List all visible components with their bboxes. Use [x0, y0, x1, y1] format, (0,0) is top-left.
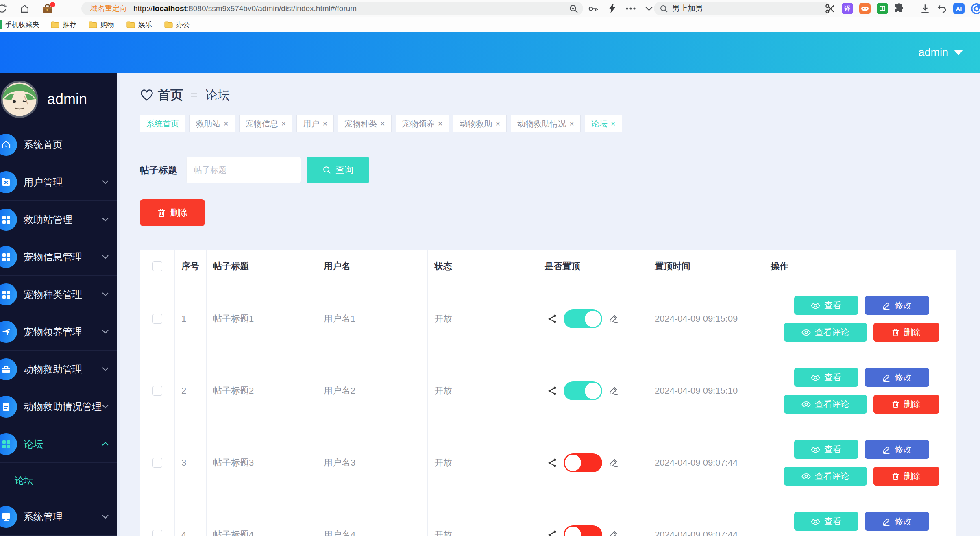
row-checkbox[interactable] [152, 458, 162, 468]
delete-button[interactable]: 删除 [873, 395, 939, 414]
breadcrumb-home[interactable]: 首页 [158, 87, 183, 104]
select-all-checkbox[interactable] [152, 261, 162, 271]
col-pin-time: 置顶时间 [648, 250, 764, 283]
view-comments-button[interactable]: 查看评论 [784, 323, 867, 342]
toolbar-chevron-down-icon[interactable] [645, 6, 653, 11]
view-button[interactable]: 查看 [794, 512, 858, 531]
sidebar-item-pet-info-management[interactable]: 宠物信息管理 [0, 238, 120, 276]
monitor-icon [0, 506, 17, 528]
edit-pin-time-icon[interactable] [608, 458, 619, 468]
tab-animal-rescue-status[interactable]: 动物救助情况× [511, 115, 581, 132]
view-button[interactable]: 查看 [794, 440, 858, 459]
delete-button[interactable]: 删除 [873, 323, 939, 342]
sidebar-item-pet-type-management[interactable]: 宠物种类管理 [0, 276, 120, 313]
toggle-knob [585, 383, 601, 399]
forum-table: 序号 帖子标题 用户名 状态 是否置顶 置顶时间 操作 1 帖子标题1 用户名1… [140, 250, 956, 536]
app-header: admin [0, 32, 980, 73]
pin-toggle[interactable] [564, 453, 602, 472]
bookmark-folder-entertainment[interactable]: 娱乐 [126, 20, 152, 29]
edit-pin-time-icon[interactable] [608, 529, 619, 536]
bookmark-root-folder[interactable]: 手机收藏夹 [0, 20, 39, 29]
browser-search-box[interactable]: 男上加男 [654, 2, 830, 15]
breadcrumb-current: 论坛 [205, 87, 230, 104]
delete-button[interactable]: 删除 [873, 467, 939, 486]
sidebar-item-animal-rescue-management[interactable]: 动物救助管理 [0, 351, 120, 388]
row-checkbox[interactable] [152, 386, 162, 396]
close-icon[interactable]: × [281, 120, 286, 128]
book-extension-icon[interactable] [877, 3, 888, 14]
bookmark-folder-recommend[interactable]: 推荐 [51, 20, 76, 29]
tab-pet-info[interactable]: 宠物信息× [239, 115, 293, 132]
edit-button[interactable]: 修改 [865, 440, 929, 459]
close-icon[interactable]: × [380, 120, 385, 128]
pin-toggle[interactable] [564, 381, 602, 400]
view-button[interactable]: 查看 [794, 368, 858, 387]
home-icon[interactable] [20, 4, 30, 14]
tab-pet-type[interactable]: 宠物种类× [338, 115, 392, 132]
view-comments-button[interactable]: 查看评论 [784, 395, 867, 414]
grid-icon [0, 209, 17, 231]
close-icon[interactable]: × [569, 120, 574, 128]
workspace-briefcase-icon[interactable] [42, 4, 53, 14]
tab-rescue-station[interactable]: 救助站× [189, 115, 235, 132]
reload-icon[interactable] [0, 3, 7, 14]
share-icon[interactable] [547, 529, 558, 536]
bookmarks-bar: 手机收藏夹 推荐 购物 娱乐 办公 [0, 17, 980, 32]
tab-system-home[interactable]: 系统首页 [140, 115, 185, 132]
password-key-icon[interactable] [588, 4, 599, 14]
row-checkbox[interactable] [152, 314, 162, 324]
tab-animal-rescue[interactable]: 动物救助× [453, 115, 507, 132]
close-icon[interactable]: × [611, 120, 616, 128]
search-button[interactable]: 查询 [307, 157, 369, 183]
close-icon[interactable]: × [495, 120, 500, 128]
share-icon[interactable] [547, 314, 558, 324]
pin-toggle[interactable] [564, 525, 602, 536]
address-bar[interactable]: 域名重定向 http://localhost:8080/ssm9x574bv0/… [81, 2, 583, 15]
sidebar-item-animal-rescue-status-management[interactable]: 动物救助情况管理 [0, 388, 120, 425]
close-icon[interactable]: × [438, 120, 443, 128]
sidebar-subitem-forum[interactable]: 论坛 [0, 463, 120, 498]
row-checkbox[interactable] [152, 530, 162, 536]
undo-history-icon[interactable] [936, 4, 947, 13]
tab-user[interactable]: 用户× [296, 115, 334, 132]
lightning-icon[interactable] [608, 3, 616, 14]
grid-icon [0, 246, 17, 268]
extensions-puzzle-icon[interactable] [894, 3, 905, 14]
pen-icon [882, 373, 891, 382]
edit-button[interactable]: 修改 [865, 368, 929, 387]
bulk-delete-button[interactable]: 删除 [140, 199, 205, 226]
view-comments-button[interactable]: 查看评论 [784, 467, 867, 486]
zoom-page-icon[interactable] [568, 4, 579, 14]
edit-pin-time-icon[interactable] [608, 314, 619, 324]
sidebar-item-system-home[interactable]: 系统首页 [0, 126, 120, 163]
pin-toggle[interactable] [564, 309, 602, 328]
tab-forum[interactable]: 论坛× [585, 115, 622, 132]
sidebar-item-user-management[interactable]: 用户管理 [0, 163, 120, 201]
view-button[interactable]: 查看 [794, 296, 858, 315]
edit-button[interactable]: 修改 [865, 512, 929, 531]
sidebar-item-rescue-station-management[interactable]: 救助站管理 [0, 201, 120, 238]
share-icon[interactable] [547, 458, 558, 468]
ai-extension-icon[interactable]: AI [953, 3, 965, 14]
translate-extension-icon[interactable]: 译 [842, 3, 853, 14]
user-dropdown[interactable]: admin [918, 46, 963, 59]
chevron-down-icon [102, 217, 109, 222]
downloads-icon[interactable] [920, 3, 930, 14]
scissors-icon[interactable] [825, 3, 836, 14]
close-icon[interactable]: × [322, 120, 327, 128]
tab-pet-adoption[interactable]: 宠物领养× [396, 115, 449, 132]
share-icon[interactable] [547, 386, 558, 396]
edit-button[interactable]: 修改 [865, 296, 929, 315]
sidebar-item-pet-adoption-management[interactable]: 宠物领养管理 [0, 313, 120, 351]
more-options-icon[interactable] [625, 7, 636, 10]
close-icon[interactable]: × [224, 120, 229, 128]
bookmark-folder-office[interactable]: 办公 [164, 20, 190, 29]
post-title-input[interactable] [186, 157, 301, 183]
sidebar-item-forum[interactable]: 论坛 [0, 425, 120, 463]
sidebar-item-system-management[interactable]: 系统管理 [0, 498, 120, 536]
col-status: 状态 [428, 250, 538, 283]
game-extension-icon[interactable] [859, 3, 871, 14]
assistant-swirl-icon[interactable] [971, 3, 980, 15]
edit-pin-time-icon[interactable] [608, 386, 619, 396]
bookmark-folder-shopping[interactable]: 购物 [89, 20, 114, 29]
